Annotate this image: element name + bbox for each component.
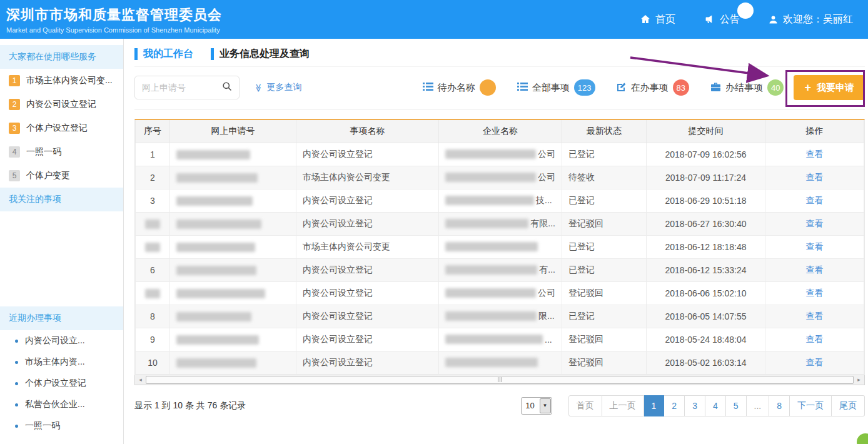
sidebar-recent-item[interactable]: 私营合伙企业...: [0, 394, 123, 415]
sidebar-recent-item[interactable]: 个体户设立登记: [0, 373, 123, 394]
view-link[interactable]: 查看: [806, 172, 824, 182]
company-wrap: [445, 358, 555, 367]
cell-no-text: 10: [148, 358, 158, 368]
page-button[interactable]: 4: [705, 395, 726, 416]
cell-company-name: [439, 351, 562, 374]
sidebar-item-5[interactable]: 5个体户变更: [0, 164, 123, 188]
cell-submit-time: 2018-05-24 18:48:04: [647, 328, 765, 351]
filter-1[interactable]: 待办名称: [423, 79, 496, 96]
redacted-block: [445, 196, 534, 205]
column-header: 企业名称: [439, 120, 562, 143]
apply-button[interactable]: + 我要申请: [794, 75, 865, 100]
column-header: 操作: [765, 120, 864, 143]
cell-action: 查看: [765, 258, 864, 281]
tab-business-info-query[interactable]: 业务信息处理及查询: [211, 48, 310, 61]
cell-no: 3: [136, 189, 170, 212]
filter-2[interactable]: 全部事项123: [517, 79, 595, 96]
scroll-left-button[interactable]: ◂: [135, 375, 146, 385]
view-link[interactable]: 查看: [806, 195, 824, 205]
view-link[interactable]: 查看: [806, 218, 824, 228]
tab-my-workbench[interactable]: 我的工作台: [134, 48, 193, 61]
page-button[interactable]: 下一页: [790, 395, 832, 416]
page-button[interactable]: 尾页: [832, 395, 865, 416]
scroll-thumb[interactable]: [146, 376, 854, 384]
horizontal-scrollbar[interactable]: ◂ ▸: [134, 375, 865, 385]
cell-application-no: [170, 189, 296, 212]
cell-item-name: 内资公司设立登记: [296, 305, 439, 328]
bullet-icon: [15, 382, 18, 385]
cell-action: 查看: [765, 189, 864, 212]
time-text: 2018-06-06 15:02:10: [665, 288, 747, 298]
column-header: 网上申请号: [170, 120, 296, 143]
cell-action: 查看: [765, 328, 864, 351]
nav-welcome-user[interactable]: 欢迎您：吴丽红: [769, 13, 853, 26]
cell-action: 查看: [765, 351, 864, 374]
page-button[interactable]: 8: [769, 395, 790, 416]
cell-status: 登记驳回: [562, 212, 647, 235]
time-text: 2018-07-09 16:02:56: [665, 149, 747, 159]
search-icon[interactable]: [222, 81, 232, 94]
view-link[interactable]: 查看: [806, 241, 824, 251]
table-row: 8内资公司设立登记限...已登记2018-06-05 14:07:55查看: [136, 305, 864, 328]
table-footer: 显示 1 到 10 条 共 76 条记录 10 ▼ 首页上一页12345...8…: [134, 395, 865, 416]
rank-badge: 1: [9, 75, 20, 86]
sidebar-item-1[interactable]: 1市场主体内资公司变...: [0, 69, 123, 93]
site-header: 深圳市市场和质量监督管理委员会 Market and Quality Super…: [0, 0, 868, 39]
cell-submit-time: 2018-06-12 18:18:48: [647, 235, 765, 258]
view-link[interactable]: 查看: [806, 149, 824, 159]
filter-label: 办结事项: [725, 82, 763, 94]
cell-item-text: 市场主体内资公司变更: [303, 172, 390, 182]
page-button[interactable]: 3: [685, 395, 705, 416]
redacted-block: [445, 173, 536, 182]
table-header-row: 序号网上申请号事项名称企业名称最新状态提交时间操作: [136, 120, 864, 143]
page-body: 大家都在使用哪些服务 1市场主体内资公司变...2内资公司设立登记3个体户设立登…: [0, 39, 868, 444]
filter-4[interactable]: 办结事项40: [710, 79, 784, 96]
sidebar-item-2[interactable]: 2内资公司设立登记: [0, 93, 123, 116]
cell-no: 9: [136, 328, 170, 351]
nav-home[interactable]: 首页: [640, 13, 675, 26]
page-size-select[interactable]: 10 ▼: [521, 397, 552, 415]
table-row: 市场主体内资公司变更已登记2018-06-12 18:18:48查看: [136, 235, 864, 258]
page-button: 上一页: [602, 395, 644, 416]
sidebar-item-3[interactable]: 3个体户设立登记: [0, 116, 123, 140]
page-button[interactable]: 5: [726, 395, 747, 416]
bullet-icon: [15, 403, 18, 406]
view-link[interactable]: 查看: [806, 311, 824, 321]
view-link[interactable]: 查看: [806, 334, 824, 344]
page-button[interactable]: 1: [644, 395, 665, 416]
cell-submit-time: 2018-06-27 16:30:40: [647, 212, 765, 235]
company-suffix: 公司: [538, 288, 555, 299]
table-row: 2市场主体内资公司变更公司待签收2018-07-09 11:17:24查看: [136, 166, 864, 189]
redacted-block: [176, 266, 256, 275]
chevron-down-icon[interactable]: ▼: [540, 398, 551, 413]
rank-badge: 4: [9, 146, 20, 158]
cell-company-name: 有限...: [439, 212, 562, 235]
time-text: 2018-06-29 10:51:18: [665, 196, 747, 206]
sidebar-recent-item[interactable]: 一照一码: [0, 415, 123, 436]
sidebar-recent-item[interactable]: 市场主体内资...: [0, 351, 123, 373]
edit-icon: [617, 82, 627, 94]
cell-item-text: 内资公司设立登记: [303, 334, 373, 344]
sidebar-item-4[interactable]: 4一照一码: [0, 140, 123, 164]
sidebar-item-label: 内资公司设立登记: [26, 99, 96, 110]
view-link[interactable]: 查看: [806, 265, 824, 275]
time-text: 2018-06-12 15:33:24: [665, 265, 747, 275]
search-input[interactable]: [142, 83, 222, 93]
sidebar-recent-header: 近期办理事项: [0, 306, 123, 330]
status-text: 已登记: [568, 195, 595, 205]
view-link[interactable]: 查看: [806, 288, 824, 298]
cell-no-text: 9: [150, 335, 155, 345]
redacted-block: [176, 150, 250, 159]
cell-submit-time: 2018-06-29 10:51:18: [647, 189, 765, 212]
nav-announcements[interactable]: 公告: [704, 13, 740, 26]
more-query-link[interactable]: ≫ 更多查询: [255, 82, 302, 93]
table-row: 9内资公司设立登记...登记驳回2018-05-24 18:48:04查看: [136, 328, 864, 351]
filter-3[interactable]: 在办事项83: [617, 79, 689, 96]
scroll-right-button[interactable]: ▸: [854, 375, 864, 385]
sidebar-recent-item[interactable]: 内资公司设立...: [0, 330, 123, 351]
status-text: 登记驳回: [568, 334, 603, 344]
table-row: 6内资公司设立登记有...已登记2018-06-12 15:33:24查看: [136, 258, 864, 281]
view-link[interactable]: 查看: [806, 357, 824, 367]
page-button[interactable]: 2: [664, 395, 685, 416]
redacted-block: [445, 335, 543, 344]
